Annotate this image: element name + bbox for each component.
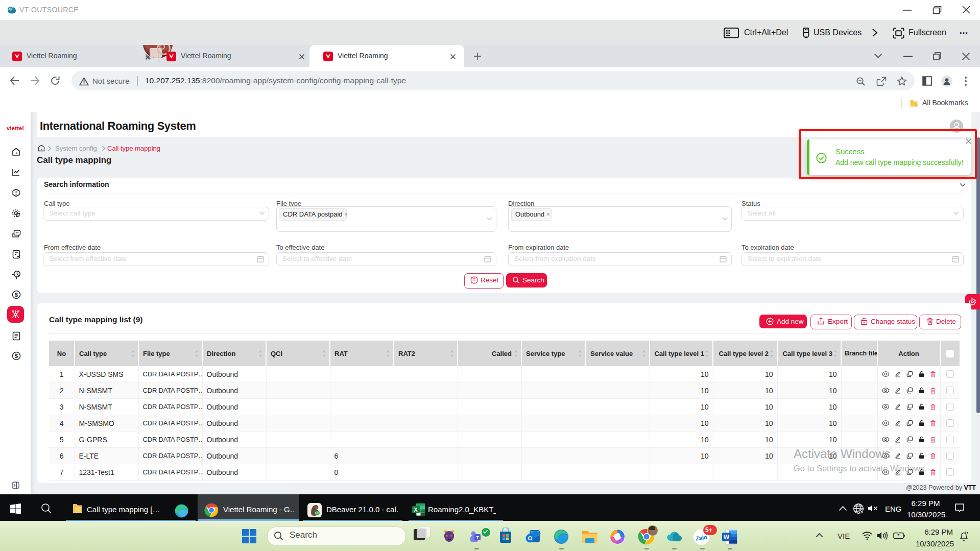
svg-text:$: $: [15, 292, 18, 298]
svg-text:W: W: [724, 534, 730, 541]
svg-text:CE: CE: [315, 511, 320, 515]
svg-text:X: X: [414, 507, 418, 513]
svg-text:z: z: [965, 531, 967, 534]
svg-text:T: T: [476, 535, 479, 540]
svg-text:z: z: [967, 531, 969, 535]
svg-text:$: $: [15, 353, 18, 359]
svg-text:O: O: [528, 535, 533, 541]
